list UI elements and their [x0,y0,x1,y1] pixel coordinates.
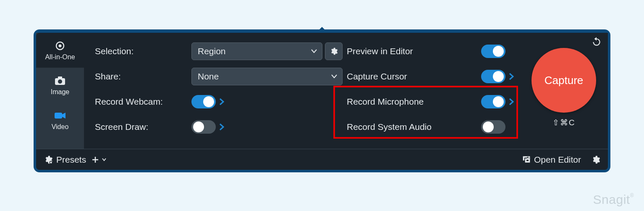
selection-row: Region [191,42,343,60]
plus-icon [92,156,99,163]
record-microphone-toggle[interactable] [481,95,505,108]
screen-draw-label: Screen Draw: [95,122,187,132]
undo-button[interactable] [591,36,602,47]
main-row: All-in-One Image Video Selection: Region [36,33,608,149]
capture-shortcut: ⇧⌘C [552,118,576,127]
gear-icon [591,155,600,164]
caret-down-icon [102,158,106,161]
presets-gear-icon [44,155,53,164]
footer-settings-button[interactable] [591,155,600,164]
svg-rect-5 [55,113,62,119]
caret-down-icon [311,49,317,53]
record-microphone-more-button[interactable] [509,98,514,106]
open-editor-label: Open Editor [534,155,581,165]
share-value: None [198,71,219,82]
tab-image[interactable]: Image [36,68,84,103]
caret-down-icon [331,74,337,79]
capture-area: Capture ⇧⌘C [524,36,604,145]
record-webcam-label: Record Webcam: [95,97,187,107]
open-editor-button[interactable]: Open Editor [522,155,581,165]
capture-button[interactable]: Capture [531,48,596,113]
presets-button[interactable]: Presets [44,155,86,165]
record-webcam-more-button[interactable] [219,98,224,106]
record-sysaudio-label: Record System Audio [347,122,477,132]
tab-all-in-one[interactable]: All-in-One [36,33,84,68]
record-webcam-toggle[interactable] [191,95,216,108]
share-label: Share: [95,71,187,82]
open-editor-icon [522,156,531,164]
capture-window: All-in-One Image Video Selection: Region [34,29,610,172]
svg-point-1 [59,44,62,47]
capture-cursor-label: Capture Cursor [347,71,477,82]
svg-point-4 [58,79,62,84]
capture-cursor-toggle[interactable] [481,70,505,83]
record-sysaudio-toggle[interactable] [481,120,505,134]
selection-label: Selection: [95,46,187,56]
camera-icon [54,75,66,87]
tab-label: Video [52,123,69,131]
add-preset-button[interactable] [92,156,106,163]
selection-dropdown[interactable]: Region [191,42,322,60]
share-dropdown[interactable]: None [191,68,343,85]
selection-value: Region [198,46,226,56]
selection-settings-button[interactable] [325,42,343,60]
footer: Presets Open Editor [36,149,608,170]
watermark: Snagit® [593,193,634,207]
preview-toggle[interactable] [481,45,505,58]
preview-label: Preview in Editor [347,46,477,56]
settings-panel: Selection: Region Preview in Editor Shar… [84,33,608,149]
screen-draw-toggle[interactable] [191,120,216,134]
capture-label: Capture [545,74,584,87]
presets-label: Presets [56,155,86,165]
tab-video[interactable]: Video [36,103,84,137]
capture-cursor-more-button[interactable] [509,73,514,80]
tab-label: All-in-One [45,53,75,61]
circle-record-icon [54,40,66,52]
svg-rect-3 [58,76,62,79]
mode-sidebar: All-in-One Image Video [36,33,84,149]
screen-draw-more-button[interactable] [219,123,224,131]
record-microphone-label: Record Microphone [347,97,477,107]
gear-icon [330,47,338,55]
share-row: None [191,68,343,85]
tab-label: Image [51,88,69,96]
video-icon [54,110,66,121]
